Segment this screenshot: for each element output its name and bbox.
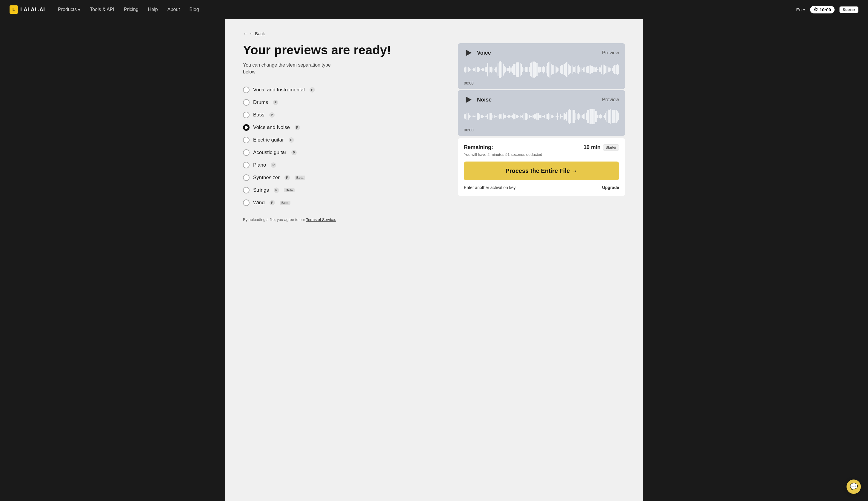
stem-label-drums: Drums [253, 99, 268, 105]
waveform-bar [528, 114, 528, 119]
waveform-bar [582, 115, 583, 118]
waveform-bar [566, 62, 567, 77]
terms-text: By uploading a file, you agree to our Te… [243, 217, 444, 222]
chat-button[interactable]: 💬 [847, 480, 861, 494]
waveform-bar [550, 62, 551, 77]
waveform-bar [565, 63, 566, 76]
stem-option-vocal-instrumental[interactable]: Vocal and Instrumental P [243, 85, 444, 95]
noise-preview-button[interactable]: Preview [602, 97, 619, 103]
stem-option-synthesizer[interactable]: Synthesizer P Beta [243, 173, 444, 183]
waveform-bar [618, 65, 619, 74]
waveform-bar [528, 67, 528, 72]
stem-option-strings[interactable]: Strings P Beta [243, 185, 444, 195]
waveform-bar [584, 67, 585, 72]
waveform-bar [574, 67, 575, 73]
waveform-bar [470, 116, 471, 117]
remaining-section: Remaining: 10 min Starter You will have … [458, 138, 625, 196]
waveform-bar [561, 116, 562, 117]
waveform-bar [504, 115, 505, 118]
waveform-bar [618, 113, 619, 120]
waveform-bar [601, 115, 602, 118]
waveform-bar [530, 116, 531, 117]
nav-about[interactable]: About [164, 4, 184, 15]
nav-tools[interactable]: Tools & API [86, 4, 118, 15]
activation-key-text[interactable]: Enter another activation key [464, 185, 516, 190]
waveform-bar [542, 67, 543, 72]
stem-option-wind[interactable]: Wind P Beta [243, 198, 444, 208]
radio-electric-guitar [243, 137, 250, 143]
waveform-bar [534, 62, 535, 78]
waveform-bar [509, 115, 510, 118]
content-grid: Your previews are ready! You can change … [243, 43, 625, 222]
waveform-bar [584, 114, 585, 119]
beta-badge-wind: Beta [280, 201, 291, 205]
stem-option-bass[interactable]: Bass P [243, 110, 444, 120]
waveform-bar [570, 66, 571, 73]
waveform-bar [465, 114, 466, 119]
back-button[interactable]: ← ← Back [243, 31, 265, 36]
stem-option-drums[interactable]: Drums P [243, 97, 444, 107]
stem-option-acoustic-guitar[interactable]: Acoustic guitar P [243, 148, 444, 158]
waveform-bar [562, 116, 563, 117]
noise-play-button[interactable] [464, 95, 474, 105]
waveform-bar [597, 115, 598, 118]
waveform-bar [486, 67, 487, 72]
waveform-bar [603, 116, 604, 117]
waveform-bar [480, 69, 481, 70]
upgrade-link[interactable]: Upgrade [602, 185, 619, 190]
noise-track-card: Noise Preview 00:00 [458, 90, 625, 136]
nav-pricing[interactable]: Pricing [120, 4, 142, 15]
waveform-bar [513, 64, 514, 75]
waveform-bar [507, 116, 508, 117]
waveform-bar [560, 66, 561, 73]
voice-track-card: Voice Preview 00:00 [458, 43, 625, 89]
waveform-bar [591, 66, 592, 73]
waveform-bar [496, 66, 497, 73]
language-selector[interactable]: En ▾ [796, 7, 805, 12]
logo[interactable]: L LALAL.AI [10, 6, 45, 14]
waveform-bar [504, 66, 505, 73]
waveform-bar [469, 115, 470, 118]
stem-option-electric-guitar[interactable]: Electric guitar P [243, 135, 444, 145]
voice-play-button[interactable] [464, 48, 474, 57]
terms-of-service-link[interactable]: Terms of Service. [306, 217, 336, 222]
waveform-bar [562, 65, 563, 74]
waveform-bar [589, 65, 590, 74]
waveform-bar [483, 68, 484, 71]
waveform-bar [516, 115, 517, 118]
waveform-bar [520, 115, 521, 117]
chat-icon: 💬 [850, 483, 858, 491]
stem-option-piano[interactable]: Piano P [243, 160, 444, 170]
radio-bass [243, 112, 250, 118]
waveform-bar [610, 68, 611, 71]
waveform-bar [539, 115, 540, 118]
nav-blog[interactable]: Blog [186, 4, 203, 15]
chevron-down-icon: ▾ [803, 7, 805, 12]
process-entire-file-button[interactable]: Process the Entire File → [464, 161, 619, 180]
waveform-bar [574, 110, 575, 123]
nav-products[interactable]: Products ▾ [54, 4, 84, 15]
logo-text: LALAL.AI [20, 7, 45, 13]
waveform-bar [464, 114, 465, 118]
waveform-bar [556, 66, 557, 73]
beta-badge-synthesizer: Beta [295, 175, 305, 180]
stem-label-electric-guitar: Electric guitar [253, 137, 284, 143]
waveform-bar [508, 115, 509, 117]
waveform-bar [505, 115, 506, 118]
waveform-bar [552, 65, 553, 75]
waveform-bar [499, 62, 500, 78]
waveform-bar [544, 67, 545, 72]
waveform-bar [467, 113, 467, 120]
waveform-bar [560, 114, 561, 119]
waveform-bar [471, 69, 473, 70]
voice-preview-button[interactable]: Preview [602, 50, 619, 55]
waveform-bar [592, 66, 593, 73]
waveform-bar [595, 67, 596, 72]
subtitle: You can change the stem separation typeb… [243, 62, 444, 75]
waveform-bar [536, 113, 537, 120]
waveform-bar [483, 116, 484, 117]
waveform-bar [572, 65, 573, 73]
nav-help[interactable]: Help [144, 4, 162, 15]
waveform-bar [479, 114, 480, 118]
stem-option-voice-noise[interactable]: Voice and Noise P [243, 122, 444, 132]
